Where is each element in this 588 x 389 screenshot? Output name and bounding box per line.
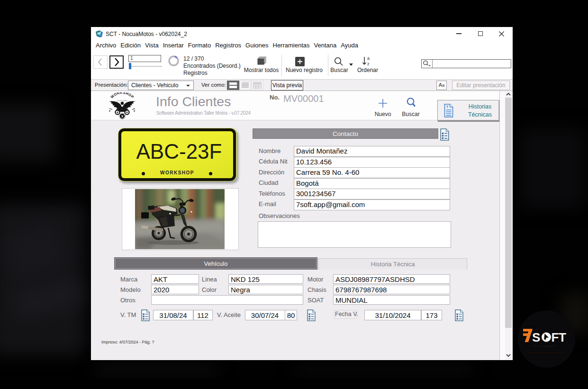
svg-text:FT: FT [552, 330, 566, 344]
svg-text:z: z [367, 62, 370, 66]
svg-text:X: X [121, 115, 124, 118]
svg-text:WORKSHOP: WORKSHOP [110, 92, 135, 99]
svg-text:CUSTOMS: CUSTOMS [117, 100, 127, 102]
svg-text:a: a [367, 56, 370, 61]
svg-text:2: 2 [109, 109, 110, 112]
svg-text:S: S [532, 330, 540, 344]
svg-text:T: T [446, 105, 449, 109]
svg-text:2: 2 [134, 109, 135, 112]
svg-text:SOFTWARE: SOFTWARE [534, 345, 557, 347]
